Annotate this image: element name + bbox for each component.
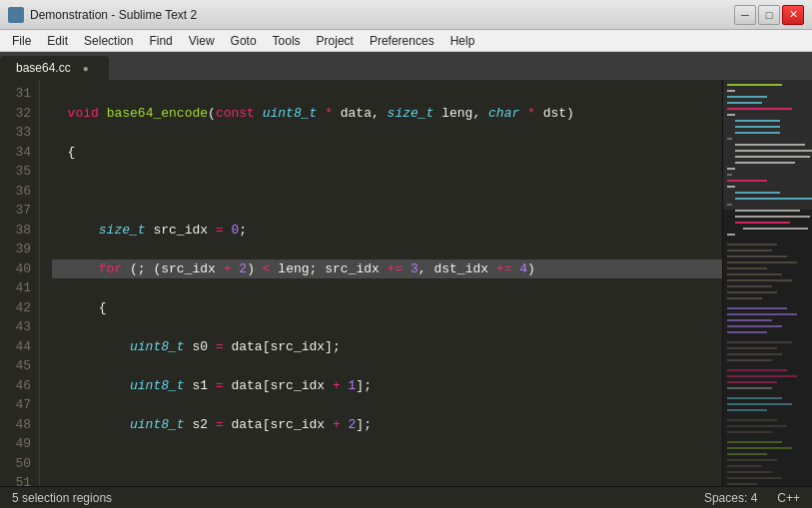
svg-rect-41 [727, 325, 782, 327]
svg-rect-2 [727, 84, 782, 86]
window-controls: ─ □ ✕ [734, 5, 804, 25]
title-bar: Demonstration - Sublime Text 2 ─ □ ✕ [0, 0, 812, 30]
line-num-35: 35 [8, 162, 31, 182]
svg-rect-27 [727, 234, 735, 236]
svg-rect-49 [727, 381, 777, 383]
menu-help[interactable]: Help [442, 30, 483, 51]
svg-rect-51 [727, 397, 782, 399]
line-numbers: 31 32 33 34 35 36 37 38 39 40 41 42 43 4… [0, 80, 40, 486]
line-num-41: 41 [8, 278, 31, 298]
code-line-36: { [52, 298, 722, 318]
svg-rect-40 [727, 319, 772, 321]
menu-file[interactable]: File [4, 30, 39, 51]
menu-goto[interactable]: Goto [223, 30, 265, 51]
code-line-37: uint8_t s0 = data[src_idx]; [52, 337, 722, 357]
line-num-38: 38 [8, 221, 31, 241]
svg-rect-48 [727, 375, 797, 377]
svg-rect-5 [727, 102, 762, 104]
svg-rect-38 [727, 307, 787, 309]
svg-rect-7 [727, 114, 735, 116]
svg-rect-44 [727, 347, 777, 349]
status-syntax[interactable]: C++ [777, 491, 800, 505]
svg-rect-9 [735, 126, 780, 128]
menu-edit[interactable]: Edit [39, 30, 76, 51]
line-num-39: 39 [8, 240, 31, 259]
main-area: 31 32 33 34 35 36 37 38 39 40 41 42 43 4… [0, 80, 812, 486]
svg-rect-62 [727, 471, 772, 473]
svg-rect-63 [727, 477, 782, 479]
menu-tools[interactable]: Tools [265, 30, 309, 51]
svg-rect-17 [727, 174, 732, 176]
code-line-40 [52, 454, 722, 474]
line-num-48: 48 [8, 415, 31, 435]
code-line-34: size_t src_idx = 0; [52, 221, 722, 241]
svg-rect-15 [735, 162, 795, 164]
menu-project[interactable]: Project [309, 30, 362, 51]
code-content[interactable]: void base64_encode(const uint8_t * data,… [40, 80, 722, 486]
svg-rect-57 [727, 441, 782, 443]
svg-rect-36 [727, 291, 777, 293]
svg-rect-54 [727, 419, 777, 421]
menu-selection[interactable]: Selection [76, 30, 141, 51]
svg-rect-34 [727, 279, 792, 281]
svg-rect-30 [727, 255, 787, 257]
line-num-34: 34 [8, 143, 31, 163]
svg-rect-56 [727, 431, 772, 433]
svg-rect-55 [727, 425, 787, 427]
svg-rect-28 [727, 244, 777, 246]
code-line-31: void base64_encode(const uint8_t * data,… [52, 104, 722, 124]
close-button[interactable]: ✕ [782, 5, 804, 25]
svg-rect-25 [735, 222, 790, 224]
svg-rect-43 [727, 341, 792, 343]
menu-view[interactable]: View [181, 30, 223, 51]
tab-filename: base64.cc [16, 61, 71, 75]
line-num-49: 49 [8, 434, 31, 454]
svg-rect-10 [735, 132, 780, 134]
line-num-44: 44 [8, 337, 31, 357]
app-icon [8, 7, 24, 23]
line-num-40: 40 [8, 259, 31, 279]
line-num-43: 43 [8, 317, 31, 337]
svg-rect-16 [727, 168, 735, 170]
line-num-31: 31 [8, 84, 31, 104]
line-num-33: 33 [8, 123, 31, 143]
maximize-button[interactable]: □ [758, 5, 780, 25]
svg-rect-13 [735, 150, 812, 152]
svg-rect-20 [735, 192, 780, 194]
status-right: Spaces: 4 C++ [704, 491, 800, 505]
svg-rect-29 [727, 250, 772, 252]
svg-rect-24 [735, 216, 810, 218]
svg-rect-50 [727, 387, 772, 389]
menu-preferences[interactable]: Preferences [362, 30, 442, 51]
svg-rect-14 [735, 156, 810, 158]
svg-rect-18 [727, 180, 767, 182]
svg-rect-6 [727, 108, 792, 110]
minimize-button[interactable]: ─ [734, 5, 756, 25]
svg-rect-32 [727, 267, 767, 269]
svg-rect-3 [727, 90, 735, 92]
status-spaces[interactable]: Spaces: 4 [704, 491, 757, 505]
line-num-32: 32 [8, 104, 31, 124]
tab-close-button[interactable]: ● [79, 61, 93, 75]
tab-base64cc[interactable]: base64.cc ● [0, 56, 109, 80]
svg-rect-46 [727, 359, 772, 361]
line-num-37: 37 [8, 201, 31, 221]
svg-rect-35 [727, 285, 772, 287]
svg-rect-60 [727, 459, 777, 461]
svg-rect-22 [727, 204, 732, 206]
menu-find[interactable]: Find [141, 30, 180, 51]
svg-rect-33 [727, 273, 782, 275]
svg-rect-61 [727, 465, 762, 467]
line-num-47: 47 [8, 395, 31, 415]
svg-rect-23 [735, 210, 800, 212]
svg-rect-53 [727, 409, 767, 411]
svg-rect-37 [727, 297, 762, 299]
line-num-46: 46 [8, 376, 31, 396]
line-num-36: 36 [8, 182, 31, 202]
code-line-33 [52, 182, 722, 202]
tab-bar: base64.cc ● [0, 52, 812, 80]
svg-rect-31 [727, 261, 797, 263]
code-editor[interactable]: 31 32 33 34 35 36 37 38 39 40 41 42 43 4… [0, 80, 722, 486]
svg-rect-12 [735, 144, 805, 146]
code-line-32: { [52, 143, 722, 163]
